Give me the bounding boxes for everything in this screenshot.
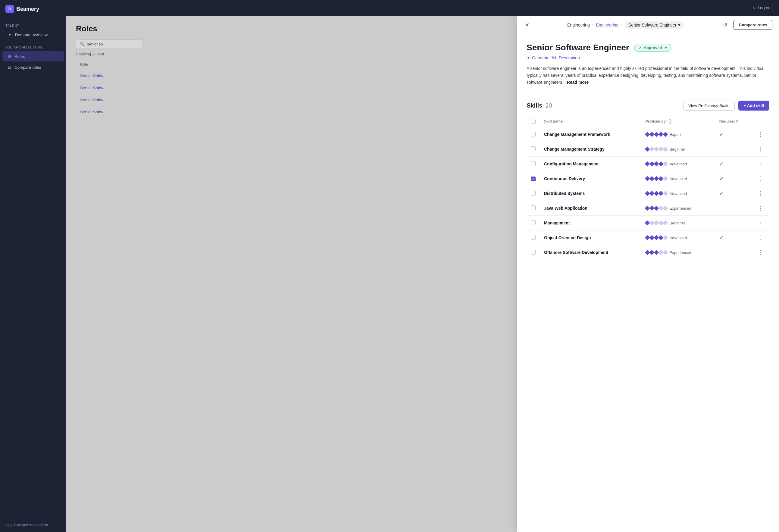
skill-checkbox[interactable] [531, 220, 536, 225]
empty-diamond-icon [649, 147, 654, 152]
logout-label: Log out [758, 5, 772, 10]
filled-diamond-icon [658, 176, 663, 181]
proficiency-label: Advanced [670, 177, 687, 181]
skill-more-options-button[interactable]: ⋮ [756, 219, 765, 227]
skill-checkbox[interactable] [531, 132, 536, 136]
skills-title: Skills 20 [527, 102, 552, 109]
filled-diamond-icon [645, 162, 650, 167]
sidebar: B Beamery TALENT ▼ Demand overview JOB A… [0, 0, 66, 532]
empty-diamond-icon [654, 221, 659, 226]
skill-row: Configuration ManagementAdvanced✓⋮ [527, 157, 769, 171]
filled-diamond-icon [654, 132, 659, 137]
breadcrumb-current-label: Senior Software Engineer [628, 22, 676, 27]
skill-menu-cell: ⋮ [752, 171, 769, 186]
panel-header: ✕ Engineering › Engineering › Senior Sof… [517, 16, 779, 34]
breadcrumb-current[interactable]: Senior Software Engineer ▾ [625, 21, 684, 28]
grid-icon: ⊞ [8, 54, 11, 59]
side-panel: ✕ Engineering › Engineering › Senior Sof… [517, 16, 779, 532]
collapse-icon: ◁◁ [5, 523, 11, 527]
proficiency-info-icon[interactable]: i [668, 119, 672, 124]
topbar: ⎋ Log out [66, 0, 779, 16]
skills-actions: View Proficiency Scale + Add skill [683, 101, 769, 111]
skill-checkbox[interactable] [531, 146, 536, 151]
breadcrumb-chevron-icon: ▾ [678, 22, 680, 27]
generate-job-description-link[interactable]: ✦ Generate Job Description [527, 55, 769, 60]
breadcrumb-sep-1: › [592, 22, 594, 27]
proficiency-cell: Advanced [641, 230, 715, 245]
sidebar-item-label: Demand overview [15, 33, 48, 37]
logout-icon: ⎋ [753, 5, 755, 10]
read-more-link[interactable]: Read more [567, 80, 589, 85]
skill-row: Offshore Software DevelopmentExperienced… [527, 245, 769, 260]
skill-checkbox[interactable] [531, 191, 536, 195]
skill-more-options-button[interactable]: ⋮ [756, 233, 765, 242]
filled-diamond-icon [649, 132, 654, 137]
collapse-navigation-btn[interactable]: ◁◁ Collapse navigation [0, 518, 66, 532]
breadcrumb-mid[interactable]: Engineering [596, 22, 618, 27]
breadcrumb-sep-2: › [621, 22, 622, 27]
role-title: Senior Software Engineer [527, 43, 629, 52]
skill-checkbox[interactable] [531, 235, 536, 240]
proficiency-label: Advanced [670, 162, 687, 166]
filled-diamond-icon [649, 206, 654, 211]
filled-diamond-icon [654, 176, 659, 181]
sidebar-item-roles[interactable]: ⊞ Roles [2, 51, 64, 61]
logo: B Beamery [0, 0, 66, 18]
empty-diamond-icon [663, 221, 668, 226]
sparkle-icon: ✦ [527, 55, 530, 60]
skill-more-options-button[interactable]: ⋮ [756, 189, 765, 198]
required-cell: ✓ [715, 157, 752, 171]
skill-checkbox[interactable] [531, 250, 536, 254]
role-description: A senior software engineer is an experie… [527, 65, 769, 94]
required-cell: ✓ [715, 127, 752, 142]
required-check-icon: ✓ [719, 235, 723, 240]
skill-more-options-button[interactable]: ⋮ [756, 160, 765, 168]
proficiency-cell: Experienced [641, 245, 715, 260]
compare-roles-button[interactable]: Compare roles [733, 20, 772, 30]
filled-diamond-icon [654, 162, 659, 167]
skill-name-cell: Management [540, 216, 641, 230]
sidebar-item-compare-roles[interactable]: ⊟ Compare roles [2, 62, 64, 72]
skill-row: Distributed SystemsAdvanced✓⋮ [527, 186, 769, 201]
skill-menu-cell: ⋮ [752, 245, 769, 260]
skill-more-options-button[interactable]: ⋮ [756, 248, 765, 257]
skill-row: Change Management StrategyBeginner⋮ [527, 142, 769, 157]
skill-name-cell: Continuous Delivery [540, 171, 641, 186]
skill-row: Change Management FrameworkExpert✓⋮ [527, 127, 769, 142]
filled-diamond-icon [658, 235, 663, 240]
main-content: ⎋ Log out Roles 🔍 senior so Showing 1 - … [66, 0, 779, 532]
page-content: Roles 🔍 senior so Showing 1 - 4 of Role … [66, 16, 779, 532]
proficiency-label: Experienced [670, 206, 691, 211]
skill-more-options-button[interactable]: ⋮ [756, 174, 765, 183]
generate-label: Generate Job Description [532, 55, 580, 60]
skill-more-options-button[interactable]: ⋮ [756, 204, 765, 213]
empty-diamond-icon [658, 206, 663, 211]
skill-more-options-button[interactable]: ⋮ [756, 145, 765, 153]
empty-diamond-icon [649, 221, 654, 226]
history-button[interactable]: ↺ [721, 20, 730, 29]
skills-count: 20 [545, 102, 552, 109]
empty-diamond-icon [663, 235, 668, 240]
proficiency-label: Beginner [670, 221, 685, 225]
panel-close-button[interactable]: ✕ [524, 20, 531, 29]
sidebar-item-demand-overview[interactable]: ▼ Demand overview [2, 29, 64, 40]
skill-checkbox[interactable] [531, 161, 536, 166]
filled-diamond-icon [645, 176, 650, 181]
skill-checkbox[interactable] [531, 205, 536, 210]
empty-diamond-icon [663, 191, 668, 196]
required-cell [715, 245, 752, 260]
skill-name-column-header: Skill name [540, 116, 641, 127]
skill-more-options-button[interactable]: ⋮ [756, 130, 765, 138]
empty-diamond-icon [663, 176, 668, 181]
filled-diamond-icon [654, 250, 659, 255]
view-proficiency-scale-button[interactable]: View Proficiency Scale [683, 101, 734, 111]
logout-button[interactable]: ⎋ Log out [753, 5, 772, 10]
skill-checkbox[interactable]: ✓ [531, 177, 536, 181]
empty-diamond-icon [663, 250, 668, 255]
filled-diamond-icon [658, 191, 663, 196]
talent-section-label: TALENT [0, 18, 66, 29]
skill-name-cell: Distributed Systems [540, 186, 641, 201]
select-all-checkbox[interactable] [531, 119, 536, 124]
skill-row: ✓Continuous DeliveryAdvanced✓⋮ [527, 171, 769, 186]
add-skill-button[interactable]: + Add skill [738, 101, 769, 111]
